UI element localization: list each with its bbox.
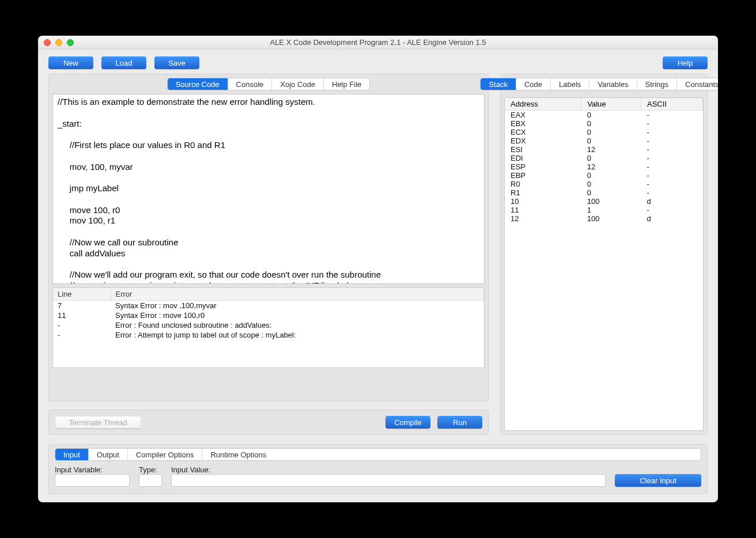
stack-col-ascii: ASCII	[641, 98, 702, 111]
stack-row[interactable]: ESP12-	[505, 162, 703, 171]
clear-input-button[interactable]: Clear Input	[615, 474, 701, 487]
tab-strings[interactable]: Strings	[637, 78, 677, 90]
stack-row[interactable]: 111-	[505, 206, 703, 214]
error-row[interactable]: 11Syntax Error : move 100,r0	[53, 310, 484, 320]
stack-row[interactable]: ESI12-	[505, 145, 703, 154]
tab-variables[interactable]: Variables	[589, 78, 637, 90]
bottom-panel: InputOutputCompiler OptionsRuntime Optio…	[48, 444, 708, 494]
input-type-label: Type:	[139, 465, 162, 474]
help-button[interactable]: Help	[663, 56, 708, 69]
stack-row[interactable]: 12100d	[505, 214, 703, 223]
error-row[interactable]: 7Syntax Error : mov ,100,myvar	[53, 301, 484, 311]
tab-compiler-options[interactable]: Compiler Options	[128, 449, 202, 460]
bottom-tabs: InputOutputCompiler OptionsRuntime Optio…	[55, 448, 701, 461]
stack-row[interactable]: R10-	[505, 188, 703, 197]
compile-button[interactable]: Compile	[385, 416, 430, 429]
right-tabs: StackCodeLabelsVariablesStringsConstants	[480, 78, 718, 90]
tab-labels[interactable]: Labels	[551, 78, 589, 90]
stack-row[interactable]: EBP0-	[505, 171, 703, 180]
stack-row[interactable]: EDI0-	[505, 154, 703, 162]
run-button[interactable]: Run	[437, 416, 482, 429]
source-editor[interactable]: //This is an example to demonstrate the …	[52, 94, 485, 284]
error-col-msg: Error	[111, 288, 484, 301]
tab-help-file[interactable]: Help File	[324, 78, 369, 90]
stack-row[interactable]: EBX0-	[505, 119, 703, 128]
tab-input[interactable]: Input	[55, 449, 89, 460]
window-title: ALE X Code Development Program 2.1 - ALE…	[38, 38, 718, 47]
input-variable-field[interactable]	[55, 474, 130, 487]
stack-col-address: Address	[505, 98, 581, 111]
app-window: ALE X Code Development Program 2.1 - ALE…	[38, 36, 718, 502]
error-col-line: Line	[53, 288, 111, 301]
action-row: Terminate Thread Compile Run	[48, 410, 489, 435]
tab-constants[interactable]: Constants	[677, 78, 718, 90]
tab-code[interactable]: Code	[516, 78, 551, 90]
error-row[interactable]: -Error : Attempt to jump to label out of…	[53, 330, 484, 340]
input-type-field[interactable]	[139, 474, 162, 487]
stack-row[interactable]: EAX0-	[505, 111, 703, 120]
tab-output[interactable]: Output	[89, 449, 128, 460]
terminate-button[interactable]: Terminate Thread	[55, 416, 141, 429]
input-value-field[interactable]	[171, 474, 606, 487]
input-variable-label: Input Variable:	[55, 465, 130, 474]
main-toolbar: New Load Save Help	[38, 50, 718, 74]
tab-xojo-code[interactable]: Xojo Code	[272, 78, 324, 90]
new-button[interactable]: New	[48, 56, 93, 69]
tab-runtime-options[interactable]: Runtime Options	[202, 449, 274, 460]
stack-row[interactable]: ECX0-	[505, 128, 703, 137]
input-value-label: Input Value:	[171, 465, 606, 474]
load-button[interactable]: Load	[101, 56, 146, 69]
left-tabs: Source CodeConsoleXojo CodeHelp File	[167, 78, 371, 90]
error-list: Line Error 7Syntax Error : mov ,100,myva…	[52, 287, 485, 368]
stack-table: Address Value ASCII EAX0-EBX0-ECX0-EDX0-…	[505, 98, 703, 223]
tab-source-code[interactable]: Source Code	[168, 78, 228, 90]
titlebar: ALE X Code Development Program 2.1 - ALE…	[38, 36, 718, 50]
tab-console[interactable]: Console	[228, 78, 273, 90]
stack-col-value: Value	[581, 98, 641, 111]
stack-row[interactable]: EDX0-	[505, 137, 703, 145]
stack-row[interactable]: R00-	[505, 180, 703, 188]
tab-stack[interactable]: Stack	[481, 78, 516, 90]
error-row[interactable]: -Error : Found unclosed subroutine : add…	[53, 320, 484, 330]
stack-row[interactable]: 10100d	[505, 197, 703, 206]
save-button[interactable]: Save	[154, 56, 199, 69]
